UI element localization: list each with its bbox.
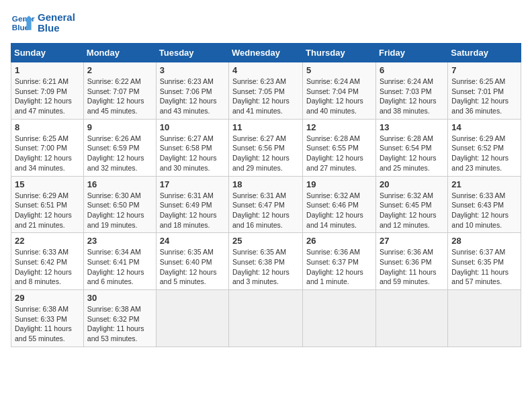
- calendar-cell: 26Sunrise: 6:36 AM Sunset: 6:37 PM Dayli…: [303, 233, 376, 290]
- day-number: 22: [15, 236, 80, 246]
- day-number: 20: [380, 179, 444, 189]
- day-number: 25: [232, 236, 299, 246]
- day-info: Sunrise: 6:26 AM Sunset: 6:59 PM Dayligh…: [87, 134, 152, 173]
- calendar-cell: 3Sunrise: 6:23 AM Sunset: 7:06 PM Daylig…: [156, 62, 228, 120]
- calendar-cell: 9Sunrise: 6:26 AM Sunset: 6:59 PM Daylig…: [83, 119, 156, 176]
- col-header-saturday: Saturday: [448, 44, 521, 62]
- day-info: Sunrise: 6:24 AM Sunset: 7:04 PM Dayligh…: [306, 77, 372, 116]
- calendar-cell: 30Sunrise: 6:38 AM Sunset: 6:32 PM Dayli…: [83, 290, 156, 347]
- calendar-cell: 5Sunrise: 6:24 AM Sunset: 7:04 PM Daylig…: [303, 62, 376, 120]
- day-info: Sunrise: 6:31 AM Sunset: 6:49 PM Dayligh…: [160, 191, 225, 230]
- calendar-cell: 10Sunrise: 6:27 AM Sunset: 6:58 PM Dayli…: [156, 119, 228, 176]
- day-number: 23: [87, 236, 152, 246]
- day-info: Sunrise: 6:38 AM Sunset: 6:33 PM Dayligh…: [15, 304, 80, 344]
- calendar-cell: [448, 290, 521, 347]
- day-info: Sunrise: 6:25 AM Sunset: 7:01 PM Dayligh…: [451, 77, 517, 116]
- calendar-cell: 25Sunrise: 6:35 AM Sunset: 6:38 PM Dayli…: [229, 233, 303, 290]
- col-header-tuesday: Tuesday: [156, 44, 228, 62]
- calendar-cell: 24Sunrise: 6:35 AM Sunset: 6:40 PM Dayli…: [156, 233, 228, 290]
- logo-icon: General Blue: [11, 11, 35, 35]
- calendar-cell: 20Sunrise: 6:32 AM Sunset: 6:45 PM Dayli…: [375, 176, 447, 233]
- day-number: 19: [306, 179, 372, 189]
- calendar-cell: [375, 290, 447, 347]
- calendar-week-2: 8Sunrise: 6:25 AM Sunset: 7:00 PM Daylig…: [11, 119, 521, 176]
- day-number: 30: [87, 293, 152, 303]
- calendar-cell: 7Sunrise: 6:25 AM Sunset: 7:01 PM Daylig…: [448, 62, 521, 120]
- day-number: 10: [160, 122, 225, 132]
- day-number: 17: [160, 179, 225, 189]
- day-info: Sunrise: 6:29 AM Sunset: 6:52 PM Dayligh…: [451, 134, 517, 173]
- calendar-cell: 29Sunrise: 6:38 AM Sunset: 6:33 PM Dayli…: [11, 290, 84, 347]
- calendar-cell: 16Sunrise: 6:30 AM Sunset: 6:50 PM Dayli…: [83, 176, 156, 233]
- day-number: 14: [451, 122, 517, 132]
- calendar-cell: 19Sunrise: 6:32 AM Sunset: 6:46 PM Dayli…: [303, 176, 376, 233]
- day-info: Sunrise: 6:33 AM Sunset: 6:43 PM Dayligh…: [451, 191, 517, 230]
- calendar-cell: 13Sunrise: 6:28 AM Sunset: 6:54 PM Dayli…: [375, 119, 447, 176]
- day-number: 3: [160, 65, 225, 75]
- day-number: 7: [451, 65, 517, 75]
- day-number: 5: [306, 65, 372, 75]
- day-info: Sunrise: 6:27 AM Sunset: 6:58 PM Dayligh…: [160, 134, 225, 173]
- header: General Blue GeneralBlue: [11, 11, 521, 35]
- logo: General Blue GeneralBlue: [11, 11, 75, 35]
- day-number: 13: [380, 122, 444, 132]
- day-number: 9: [87, 122, 152, 132]
- logo-text: GeneralBlue: [38, 12, 75, 34]
- calendar-cell: 8Sunrise: 6:25 AM Sunset: 7:00 PM Daylig…: [11, 119, 84, 176]
- calendar-cell: [229, 290, 303, 347]
- day-number: 27: [380, 236, 444, 246]
- calendar-cell: 1Sunrise: 6:21 AM Sunset: 7:09 PM Daylig…: [11, 62, 84, 120]
- day-info: Sunrise: 6:27 AM Sunset: 6:56 PM Dayligh…: [232, 134, 299, 173]
- day-number: 21: [451, 179, 517, 189]
- calendar-cell: 28Sunrise: 6:37 AM Sunset: 6:35 PM Dayli…: [448, 233, 521, 290]
- day-info: Sunrise: 6:22 AM Sunset: 7:07 PM Dayligh…: [87, 77, 152, 116]
- day-info: Sunrise: 6:35 AM Sunset: 6:38 PM Dayligh…: [232, 247, 299, 287]
- day-number: 11: [232, 122, 299, 132]
- calendar-week-1: 1Sunrise: 6:21 AM Sunset: 7:09 PM Daylig…: [11, 62, 521, 120]
- day-info: Sunrise: 6:24 AM Sunset: 7:03 PM Dayligh…: [380, 77, 444, 116]
- col-header-sunday: Sunday: [11, 44, 84, 62]
- day-number: 12: [306, 122, 372, 132]
- col-header-monday: Monday: [83, 44, 156, 62]
- day-info: Sunrise: 6:23 AM Sunset: 7:05 PM Dayligh…: [232, 77, 299, 116]
- calendar-cell: 22Sunrise: 6:33 AM Sunset: 6:42 PM Dayli…: [11, 233, 84, 290]
- day-info: Sunrise: 6:28 AM Sunset: 6:54 PM Dayligh…: [380, 134, 444, 173]
- calendar-cell: 27Sunrise: 6:36 AM Sunset: 6:36 PM Dayli…: [375, 233, 447, 290]
- day-info: Sunrise: 6:25 AM Sunset: 7:00 PM Dayligh…: [15, 134, 80, 173]
- col-header-friday: Friday: [375, 44, 447, 62]
- calendar-header-row: SundayMondayTuesdayWednesdayThursdayFrid…: [11, 44, 521, 62]
- day-info: Sunrise: 6:38 AM Sunset: 6:32 PM Dayligh…: [87, 304, 152, 344]
- day-number: 26: [306, 236, 372, 246]
- calendar-cell: 11Sunrise: 6:27 AM Sunset: 6:56 PM Dayli…: [229, 119, 303, 176]
- calendar-cell: [303, 290, 376, 347]
- day-info: Sunrise: 6:23 AM Sunset: 7:06 PM Dayligh…: [160, 77, 225, 116]
- calendar-cell: 15Sunrise: 6:29 AM Sunset: 6:51 PM Dayli…: [11, 176, 84, 233]
- calendar-cell: 4Sunrise: 6:23 AM Sunset: 7:05 PM Daylig…: [229, 62, 303, 120]
- day-info: Sunrise: 6:36 AM Sunset: 6:37 PM Dayligh…: [306, 247, 372, 287]
- calendar-cell: 18Sunrise: 6:31 AM Sunset: 6:47 PM Dayli…: [229, 176, 303, 233]
- day-number: 28: [451, 236, 517, 246]
- calendar-cell: 6Sunrise: 6:24 AM Sunset: 7:03 PM Daylig…: [375, 62, 447, 120]
- day-number: 4: [232, 65, 299, 75]
- calendar-week-3: 15Sunrise: 6:29 AM Sunset: 6:51 PM Dayli…: [11, 176, 521, 233]
- day-number: 24: [160, 236, 225, 246]
- calendar-cell: 23Sunrise: 6:34 AM Sunset: 6:41 PM Dayli…: [83, 233, 156, 290]
- day-info: Sunrise: 6:30 AM Sunset: 6:50 PM Dayligh…: [87, 191, 152, 230]
- calendar-week-4: 22Sunrise: 6:33 AM Sunset: 6:42 PM Dayli…: [11, 233, 521, 290]
- day-number: 29: [15, 293, 80, 303]
- calendar-table: SundayMondayTuesdayWednesdayThursdayFrid…: [11, 43, 521, 347]
- day-info: Sunrise: 6:33 AM Sunset: 6:42 PM Dayligh…: [15, 247, 80, 287]
- day-number: 1: [15, 65, 80, 75]
- day-number: 16: [87, 179, 152, 189]
- day-info: Sunrise: 6:36 AM Sunset: 6:36 PM Dayligh…: [380, 247, 444, 287]
- calendar-cell: [156, 290, 228, 347]
- day-number: 8: [15, 122, 80, 132]
- calendar-cell: 14Sunrise: 6:29 AM Sunset: 6:52 PM Dayli…: [448, 119, 521, 176]
- day-info: Sunrise: 6:35 AM Sunset: 6:40 PM Dayligh…: [160, 247, 225, 287]
- col-header-thursday: Thursday: [303, 44, 376, 62]
- calendar-week-5: 29Sunrise: 6:38 AM Sunset: 6:33 PM Dayli…: [11, 290, 521, 347]
- col-header-wednesday: Wednesday: [229, 44, 303, 62]
- day-number: 2: [87, 65, 152, 75]
- day-info: Sunrise: 6:28 AM Sunset: 6:55 PM Dayligh…: [306, 134, 372, 173]
- day-info: Sunrise: 6:37 AM Sunset: 6:35 PM Dayligh…: [451, 247, 517, 287]
